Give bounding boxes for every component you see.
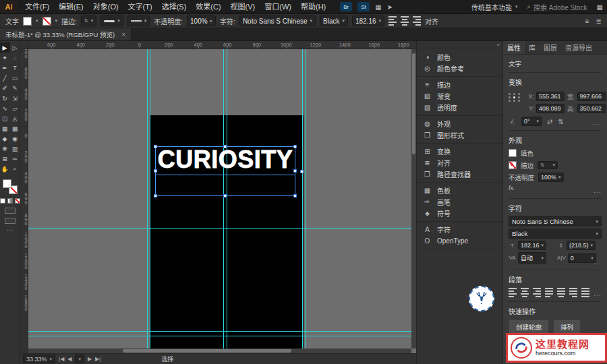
selection-handle[interactable] — [223, 145, 227, 148]
panel-tab-item[interactable]: ⊞变换 — [417, 146, 502, 157]
align-center-button[interactable] — [401, 16, 409, 26]
justify-last-right-button[interactable] — [569, 288, 577, 297]
arrange-documents-icon[interactable]: ▦ — [375, 3, 381, 11]
font-style-dropdown[interactable]: Black▾ — [320, 16, 348, 26]
vertical-ruler[interactable]: 8006004002000200400600800100012001400160… — [20, 49, 28, 353]
tool-button[interactable]: ⊞ — [0, 154, 10, 164]
panel-tab-item[interactable]: ▨透明度 — [417, 102, 502, 113]
stroke-weight-field[interactable]: ⇅▾ — [81, 16, 96, 26]
guide-vertical[interactable] — [306, 49, 306, 353]
panel-tab-item[interactable]: ❒路径查找器 — [417, 169, 502, 180]
align-left-button[interactable] — [388, 16, 397, 26]
vertical-scrollbar[interactable] — [411, 49, 416, 348]
menu-item[interactable]: 窗口(W) — [260, 0, 296, 13]
tool-button[interactable]: ∿ — [0, 103, 10, 113]
fill-color-box[interactable] — [3, 179, 11, 188]
panel-tab[interactable]: 库 — [525, 41, 540, 54]
opacity-dropdown[interactable]: 100%▾ — [538, 173, 564, 182]
font-family-dropdown[interactable]: Noto Sans S Chinese▾ — [239, 16, 316, 26]
width-profile-dropdown[interactable]: ▾ — [127, 16, 150, 26]
fill-stroke-indicator[interactable] — [3, 179, 18, 194]
tool-button[interactable]: ◬ — [10, 113, 20, 123]
align-center-button[interactable] — [521, 288, 529, 297]
bridge-icon[interactable]: Br — [340, 2, 352, 11]
stroke-weight-dropdown[interactable]: ⇅▾ — [538, 161, 558, 169]
opacity-field[interactable]: 100%▸ — [187, 16, 216, 26]
hamburger-icon[interactable]: ≡ — [585, 18, 589, 25]
fill-swatch[interactable] — [23, 17, 32, 26]
tool-button[interactable]: ▦ — [0, 123, 10, 133]
horizontal-scrollbar[interactable] — [28, 348, 411, 353]
grid-icon[interactable]: ▦ — [597, 3, 603, 11]
last-artboard-icon[interactable]: ▶| — [95, 356, 100, 362]
menu-item[interactable]: 编辑(E) — [54, 0, 88, 13]
y-field[interactable]: 408.089 — [536, 104, 565, 113]
rotation-dropdown[interactable]: 0°▾ — [521, 117, 542, 126]
menu-item[interactable]: 帮助(H) — [296, 0, 330, 13]
previous-artboard-icon[interactable]: ◀ — [67, 356, 71, 362]
document-tab[interactable]: 未标题-1* @ 33.33% (RGB/GPU 预览) × — [0, 28, 132, 40]
guide-vertical[interactable] — [147, 49, 148, 353]
justify-all-button[interactable] — [581, 288, 589, 297]
tool-button[interactable]: ▱ — [10, 103, 20, 113]
stroke-swatch[interactable] — [42, 17, 51, 26]
tool-button[interactable]: ▥ — [10, 144, 20, 154]
quick-action-button[interactable]: 排列 — [553, 320, 581, 334]
stepper-icon[interactable]: ⇅ — [84, 18, 88, 24]
align-right-button[interactable] — [533, 288, 541, 297]
panel-tab-item[interactable]: ◎颜色参考 — [417, 63, 502, 74]
tool-button[interactable]: ↻ — [0, 93, 10, 103]
tool-button[interactable]: ⌕ — [10, 164, 20, 174]
guide-horizontal[interactable] — [28, 331, 416, 332]
tool-button[interactable]: ▶ — [0, 42, 10, 53]
collapse-panel-icon[interactable]: » — [497, 42, 500, 48]
tool-button[interactable]: ▩ — [10, 123, 20, 133]
selection-handle[interactable] — [154, 169, 157, 173]
close-icon[interactable]: × — [121, 31, 125, 38]
panel-tab-item[interactable]: ◍外观 — [417, 118, 502, 129]
tool-button[interactable]: ╱ — [0, 73, 10, 83]
panel-tab-item[interactable]: ◑颜色 — [417, 51, 502, 63]
justify-last-center-button[interactable] — [557, 288, 565, 297]
next-artboard-icon[interactable]: ▶ — [88, 356, 92, 362]
horizontal-ruler[interactable]: 8006004002000200400600800100012001400160… — [28, 41, 416, 49]
tool-button[interactable]: ❋ — [0, 144, 10, 154]
selection-handle[interactable] — [293, 194, 297, 198]
leading-field[interactable]: (218.5)▾ — [567, 241, 596, 250]
reference-point-locator[interactable] — [509, 93, 521, 102]
zoom-level-dropdown[interactable]: 33.33%▾ — [23, 355, 55, 363]
scrollbar-thumb[interactable] — [412, 53, 415, 154]
menu-item[interactable]: 文字(T) — [123, 0, 157, 13]
tracking-field[interactable]: 0▾ — [568, 253, 596, 263]
panel-tab-item[interactable]: ♣符号 — [417, 208, 502, 219]
guide-vertical[interactable] — [150, 49, 150, 353]
gradient-button[interactable] — [7, 198, 13, 204]
brush-definition-dropdown[interactable]: ▾ — [100, 16, 123, 26]
panel-tab-item[interactable]: ≡描边 — [417, 79, 502, 90]
flip-horizontal-icon[interactable]: ⇄ — [547, 118, 552, 125]
panel-tab[interactable]: 图层 — [540, 41, 561, 54]
panel-tab-item[interactable]: ▦色板 — [417, 185, 502, 196]
selection-handle[interactable] — [293, 145, 297, 148]
menu-item[interactable]: 对象(O) — [88, 0, 123, 13]
color-button[interactable] — [0, 198, 5, 204]
first-artboard-icon[interactable]: |◀ — [59, 356, 64, 362]
x-field[interactable]: 555.361 — [536, 92, 565, 101]
guide-vertical[interactable] — [227, 49, 227, 353]
artboard-navigation-dropdown[interactable]: ▾ — [75, 355, 84, 363]
panel-tab-item[interactable]: ✑画笔 — [417, 196, 502, 208]
font-family-dropdown[interactable]: Noto Sans S Chinese▾ — [509, 216, 602, 226]
tool-button[interactable]: ◫ — [0, 113, 10, 123]
scrollbar-thumb[interactable] — [123, 349, 291, 353]
share-icon[interactable]: ➤ — [387, 3, 393, 11]
quick-action-button[interactable]: 创建轮廓 — [509, 320, 549, 334]
panel-tab-item[interactable]: ≣对齐 — [417, 157, 502, 169]
selection-handle[interactable] — [154, 194, 157, 198]
flip-vertical-icon[interactable]: ⇅ — [558, 118, 563, 125]
menu-item[interactable]: 效果(C) — [191, 0, 225, 13]
selection-handle[interactable] — [293, 169, 297, 173]
panel-tab-item[interactable]: OOpenType — [417, 235, 502, 247]
stock-search[interactable]: ⌕ 搜索 Adobe Stock — [527, 2, 587, 12]
chevron-down-icon[interactable]: ▾ — [36, 18, 38, 24]
tool-button[interactable]: ⇲ — [10, 93, 20, 103]
